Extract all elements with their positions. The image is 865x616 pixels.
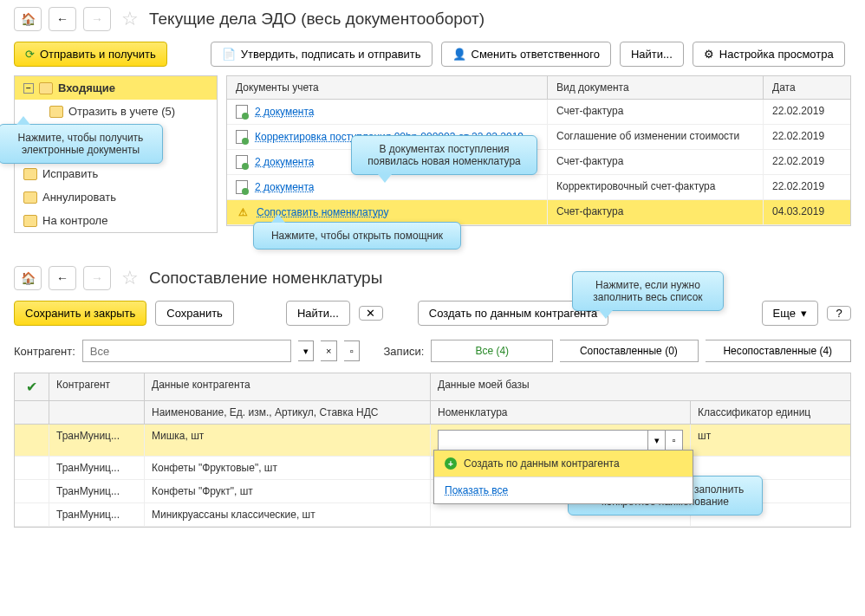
dropdown-button[interactable]: ▾ xyxy=(648,430,666,451)
folder-icon xyxy=(23,168,37,180)
more-button[interactable]: Еще ▾ xyxy=(762,301,818,326)
doc-type-cell: Счет-фактура xyxy=(548,100,764,124)
folder-icon xyxy=(49,106,63,118)
balloon-text: Нажмите, чтобы открыть помощник xyxy=(271,230,443,242)
change-responsible-button[interactable]: 👤 Сменить ответственного xyxy=(441,42,611,67)
doc-status-icon xyxy=(236,105,248,119)
check-icon: ✔ xyxy=(26,379,37,394)
data-cell: Миникруассаны классические, шт xyxy=(145,503,431,526)
table-header: Документы учета Вид документа Дата xyxy=(227,76,850,100)
agent-filter-input[interactable] xyxy=(82,340,291,362)
clear-find-button[interactable]: ✕ xyxy=(359,306,383,321)
sidebar-item-control[interactable]: На контроле xyxy=(15,209,217,232)
doc-date-cell: 22.02.2019 xyxy=(764,125,850,149)
gh-blank xyxy=(49,401,145,424)
seg-matched[interactable]: Сопоставленные (0) xyxy=(560,340,698,362)
dd-show-all[interactable]: Показать все xyxy=(434,477,693,503)
unit-cell: шт xyxy=(691,425,850,456)
dd-label: Создать по данным контрагента xyxy=(464,457,620,470)
approve-button[interactable]: 📄 Утвердить, подписать и отправить xyxy=(211,42,432,67)
doc-icon: 📄 xyxy=(222,48,236,61)
send-receive-label: Отправить и получить xyxy=(40,48,156,61)
gh-name-unit[interactable]: Наименование, Ед. изм., Артикул, Ставка … xyxy=(145,401,431,424)
agent-cell: ТранМуниц... xyxy=(49,457,145,479)
th-date[interactable]: Дата xyxy=(764,76,850,99)
records-label: Записи: xyxy=(384,345,425,358)
doc-type-cell: Корректировочный счет-фактура xyxy=(548,175,764,199)
gh-agent-data[interactable]: Данные контрагента xyxy=(145,373,431,400)
find-button-1[interactable]: Найти... xyxy=(620,42,684,67)
forward-button[interactable]: → xyxy=(83,7,111,31)
home-button[interactable]: 🏠 xyxy=(14,7,42,31)
plus-icon: + xyxy=(445,457,457,470)
table-row[interactable]: 2 документаСчет-фактура22.02.2019 xyxy=(227,150,850,175)
balloon-new-nomenclature: В документах поступления появилась новая… xyxy=(351,135,537,175)
nomenclature-grid: ✔ Контрагент Данные контрагента Данные м… xyxy=(14,373,851,528)
doc-link[interactable]: 2 документа xyxy=(255,156,315,168)
save-close-button[interactable]: Сохранить и закрыть xyxy=(14,301,146,326)
doc-date-cell: 04.03.2019 xyxy=(764,200,850,224)
open-button[interactable]: ▫ xyxy=(666,430,683,451)
table-row[interactable]: 2 документаСчет-фактура22.02.2019 xyxy=(227,100,850,125)
dropdown-button[interactable]: ▾ xyxy=(298,340,315,361)
back-button[interactable]: ← xyxy=(49,7,76,31)
clear-button[interactable]: × xyxy=(321,340,337,361)
check-cell xyxy=(15,480,49,503)
th-docs[interactable]: Документы учета xyxy=(227,76,548,99)
check-cell xyxy=(15,457,49,479)
grid-row[interactable]: ТранМуниц...Мишка, шт▾▫шт xyxy=(15,425,850,457)
seg-unmatched[interactable]: Несопоставленные (4) xyxy=(706,340,852,362)
gh-classifier[interactable]: Классификатор единиц xyxy=(691,401,850,424)
grid-header-2: Наименование, Ед. изм., Артикул, Ставка … xyxy=(15,401,850,425)
grid-header-1: ✔ Контрагент Данные контрагента Данные м… xyxy=(15,373,850,401)
settings-label: Настройка просмотра xyxy=(719,48,834,61)
collapse-icon[interactable]: − xyxy=(23,83,34,94)
table-row[interactable]: 2 документаКорректировочный счет-фактура… xyxy=(227,175,850,200)
doc-type-cell: Счет-фактура xyxy=(548,150,764,174)
forward-button[interactable]: → xyxy=(83,266,111,290)
agent-cell: ТранМуниц... xyxy=(49,425,145,456)
help-button[interactable]: ? xyxy=(827,306,851,321)
topnav-2: 🏠 ← → ☆ Сопоставление номенклатуры xyxy=(0,259,865,297)
more-label: Еще xyxy=(773,307,796,320)
star-icon[interactable]: ☆ xyxy=(121,8,139,30)
sidebar-item-fix[interactable]: Исправить xyxy=(15,162,217,185)
data-cell: Конфеты "Фруктовые", шт xyxy=(145,457,431,479)
home-button[interactable]: 🏠 xyxy=(14,266,42,290)
doc-link[interactable]: 2 документа xyxy=(255,181,315,193)
sidebar-item-reflect[interactable]: Отразить в учете (5) xyxy=(15,100,217,123)
data-cell: Конфеты "Фрукт", шт xyxy=(145,480,431,503)
doc-table: Документы учета Вид документа Дата 2 док… xyxy=(226,75,851,226)
dd-create-by-agent[interactable]: + Создать по данным контрагента xyxy=(434,451,693,477)
back-button[interactable]: ← xyxy=(49,266,76,290)
balloon-text: Нажмите, чтобы получить электронные доку… xyxy=(18,132,144,156)
send-receive-button[interactable]: ⟳ Отправить и получить xyxy=(14,42,167,67)
open-button[interactable]: ▫ xyxy=(344,340,361,361)
filter-label: Контрагент: xyxy=(14,345,75,358)
nomenclature-input[interactable] xyxy=(438,430,648,451)
sidebar-item-inbox[interactable]: − Входящие xyxy=(15,76,217,100)
folder-icon xyxy=(23,215,37,227)
sidebar-item-cancel[interactable]: Аннулировать xyxy=(15,185,217,209)
seg-all[interactable]: Все (4) xyxy=(431,340,553,362)
data-cell: Мишка, шт xyxy=(145,425,431,456)
th-type[interactable]: Вид документа xyxy=(548,76,764,99)
gh-nomenclature[interactable]: Номенклатура xyxy=(431,401,691,424)
view-settings-button[interactable]: ⚙ Настройка просмотра xyxy=(693,42,845,67)
gh-agent[interactable]: Контрагент xyxy=(49,373,145,400)
save-button[interactable]: Сохранить xyxy=(155,301,234,326)
star-icon[interactable]: ☆ xyxy=(121,267,139,289)
refresh-icon: ⟳ xyxy=(25,48,35,61)
table-row[interactable]: Корректировка поступления 00bp-000003 от… xyxy=(227,125,850,150)
sidebar-label: На контроле xyxy=(42,214,107,227)
approve-label: Утвердить, подписать и отправить xyxy=(241,48,421,61)
filter-row: Контрагент: ▾ × ▫ Записи: Все (4) Сопост… xyxy=(0,334,865,367)
page-title-2: Сопоставление номенклатуры xyxy=(149,269,382,288)
sidebar-label: Отразить в учете (5) xyxy=(68,105,175,118)
find-button-2[interactable]: Найти... xyxy=(286,301,350,326)
doc-link[interactable]: 2 документа xyxy=(255,106,315,118)
gh-my-data[interactable]: Данные моей базы xyxy=(431,373,850,400)
nomenclature-dropdown: + Создать по данным контрагента Показать… xyxy=(433,450,693,504)
balloon-fill-all: Нажмите, если нужно заполнить весь списо… xyxy=(572,271,724,311)
change-resp-label: Сменить ответственного xyxy=(472,48,600,61)
